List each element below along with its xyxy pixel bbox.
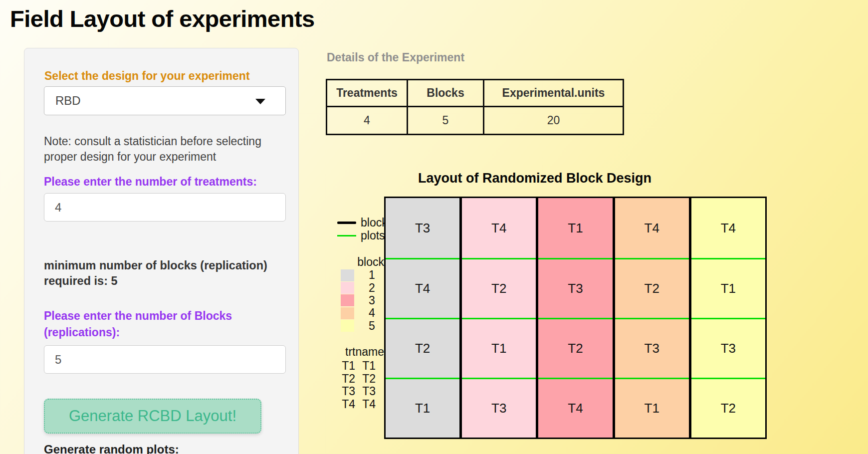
blocks-input-label: Please enter the number of Blocks (repli… [44, 308, 259, 341]
block-id-label: 3 [357, 294, 387, 307]
block-color-swatch [341, 307, 354, 319]
legend-trtname-title: trtname [319, 345, 384, 359]
trt-value: T4 [355, 398, 376, 411]
block-column-4: T4 T2 T3 T1 [615, 198, 689, 438]
value-treatments: 4 [327, 107, 408, 135]
sidebar-panel: Select the design for your experiment RB… [24, 48, 299, 454]
generate-rcbd-layout-button[interactable]: Generate RCBD Layout! [44, 399, 261, 434]
blocks-line-icon [337, 222, 356, 224]
block-id-label: 2 [357, 281, 387, 295]
block-color-swatch [341, 294, 354, 306]
legend-block-5: 5 [341, 320, 387, 332]
plot-cell: T4 [386, 258, 459, 318]
legend-block-2: 2 [341, 281, 387, 294]
plot-cell: T3 [615, 318, 689, 378]
legend-trt-4: T4 T4 [319, 398, 384, 411]
design-select-dropdown[interactable]: RBD [44, 86, 286, 115]
statistician-note: Note: consult a statistician before sele… [44, 134, 282, 165]
trt-key: T4 [319, 398, 355, 411]
design-select-value: RBD [55, 94, 81, 108]
plot-cell: T1 [538, 198, 612, 258]
plot-cell: T2 [691, 378, 765, 438]
block-id-label: 1 [357, 268, 387, 282]
legend-trt-3: T3 T3 [319, 385, 384, 398]
plot-cell: T3 [538, 258, 612, 318]
block-color-swatch [341, 269, 354, 281]
plot-cell: T3 [462, 378, 536, 438]
plot-cell: T3 [386, 198, 459, 258]
dropdown-caret-icon [255, 99, 265, 104]
header-blocks: Blocks [408, 80, 484, 107]
treatments-input-label: Please enter the number of treatments: [44, 174, 257, 190]
plots-line-icon [337, 235, 356, 236]
min-blocks-message: minimum number of blocks (replication) r… [44, 258, 277, 289]
plot-cell: T2 [462, 258, 536, 318]
plot-cell: T1 [691, 258, 765, 318]
table-header-row: Treatments Blocks Experimental.units [327, 80, 624, 107]
legend-block-title: block [341, 255, 387, 269]
plot-cell: T4 [538, 378, 612, 438]
value-experimental-units: 20 [484, 107, 624, 135]
block-column-3: T1 T3 T2 T4 [538, 198, 612, 438]
trt-value: T1 [355, 359, 376, 372]
plot-cell: T2 [386, 318, 459, 378]
plot-cell: T1 [462, 318, 536, 378]
legend-block-4: 4 [341, 307, 387, 319]
legend-trtname: trtname T1 T1 T2 T2 T3 T3 T4 T4 [319, 345, 384, 410]
plot-cell: T3 [691, 318, 765, 378]
value-blocks: 5 [408, 107, 484, 135]
legend-block-colors: block 1 2 3 4 5 [341, 255, 387, 332]
trt-key: T3 [319, 385, 355, 398]
plot-cell: T4 [691, 198, 765, 258]
legend-plots-label: plots [361, 229, 385, 242]
block-id-label: 5 [357, 319, 387, 333]
block-column-5: T4 T1 T3 T2 [691, 198, 765, 438]
table-value-row: 4 5 20 [327, 107, 624, 135]
plot-title: Layout of Randomized Block Design [385, 171, 684, 186]
design-select-label: Select the design for your experiment [44, 69, 250, 83]
block-column-1: T3 T4 T2 T1 [386, 198, 459, 438]
trt-key: T2 [319, 372, 355, 385]
trt-key: T1 [319, 359, 355, 372]
block-color-swatch [341, 282, 354, 294]
block-column-2: T4 T2 T1 T3 [462, 198, 536, 438]
treatments-input[interactable] [44, 193, 286, 222]
legend-block-3: 3 [341, 294, 387, 307]
legend-trt-2: T2 T2 [319, 372, 384, 385]
details-heading: Details of the Experiment [327, 51, 464, 64]
generate-random-plots-label: Generate random plots: [44, 443, 179, 454]
legend-trt-1: T1 T1 [319, 359, 384, 372]
plot-cell: T1 [386, 378, 459, 438]
header-treatments: Treatments [327, 80, 408, 107]
plot-cell: T4 [615, 198, 689, 258]
trt-value: T2 [355, 372, 376, 385]
page-title: Field Layout of experiments [10, 5, 315, 32]
legend-block-1: 1 [341, 269, 387, 281]
rcbd-layout-grid: T3 T4 T2 T1 T4 T2 T1 T3 T1 T3 T2 T4 T4 T… [384, 197, 767, 439]
plot-cell: T1 [615, 378, 689, 438]
plot-cell: T2 [538, 318, 612, 378]
plot-cell: T4 [462, 198, 536, 258]
header-experimental-units: Experimental.units [484, 80, 624, 107]
blocks-input[interactable] [44, 345, 286, 374]
plot-cell: T2 [615, 258, 689, 318]
trt-value: T3 [355, 385, 376, 398]
block-id-label: 4 [357, 306, 387, 320]
experiment-details-table: Treatments Blocks Experimental.units 4 5… [326, 79, 624, 135]
block-color-swatch [341, 320, 354, 332]
